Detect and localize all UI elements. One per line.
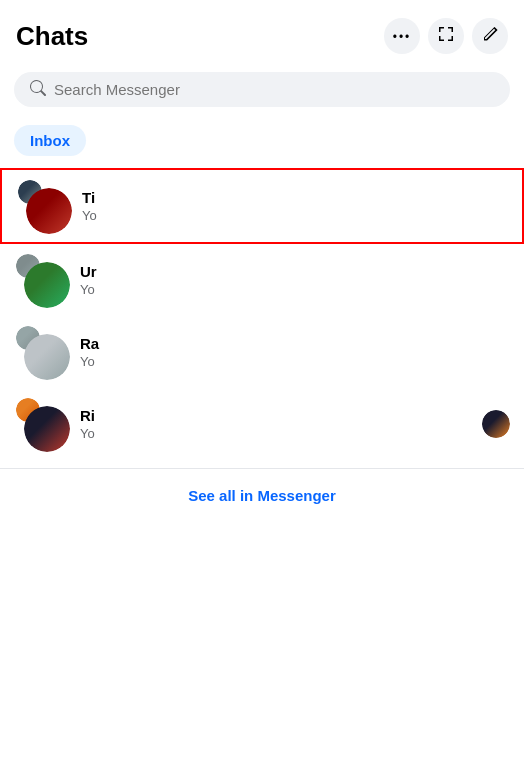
chat-name-3: Ra bbox=[80, 335, 510, 352]
avatar-circle-main-3 bbox=[24, 334, 70, 380]
avatar-stack-1 bbox=[16, 178, 72, 234]
chat-item-1[interactable]: Ti Yo bbox=[0, 168, 524, 244]
mini-avatar-4 bbox=[482, 410, 510, 438]
chat-item-4[interactable]: Ri Yo bbox=[0, 388, 524, 460]
page-title: Chats bbox=[16, 21, 88, 52]
search-icon bbox=[30, 80, 46, 99]
avatar-circle-main-1 bbox=[26, 188, 72, 234]
search-bar bbox=[14, 72, 510, 107]
avatar-stack-2 bbox=[14, 252, 70, 308]
avatar-stack-3 bbox=[14, 324, 70, 380]
search-wrapper bbox=[14, 72, 510, 107]
chat-preview-3: Yo bbox=[80, 354, 510, 369]
chat-preview-1: Yo bbox=[82, 208, 508, 223]
chat-item-3[interactable]: Ra Yo bbox=[0, 316, 524, 388]
avatar-circle-main-4 bbox=[24, 406, 70, 452]
chat-info-2: Ur Yo bbox=[80, 263, 510, 297]
chat-meta-4 bbox=[482, 410, 510, 438]
more-dots-icon bbox=[393, 27, 412, 45]
header: Chats bbox=[0, 0, 524, 64]
chat-info-3: Ra Yo bbox=[80, 335, 510, 369]
chat-item-2[interactable]: Ur Yo bbox=[0, 244, 524, 316]
avatar-main-4 bbox=[24, 406, 70, 452]
expand-icon bbox=[438, 26, 454, 46]
avatar-main-3 bbox=[24, 334, 70, 380]
compose-icon bbox=[482, 26, 498, 46]
search-input[interactable] bbox=[54, 81, 494, 98]
filter-row: Inbox bbox=[0, 119, 524, 168]
inbox-filter-button[interactable]: Inbox bbox=[14, 125, 86, 156]
compose-button[interactable] bbox=[472, 18, 508, 54]
see-all-button[interactable]: See all in Messenger bbox=[188, 487, 336, 504]
chat-name-1: Ti bbox=[82, 189, 508, 206]
mini-av-circle bbox=[482, 410, 510, 438]
chat-name-2: Ur bbox=[80, 263, 510, 280]
chat-name-4: Ri bbox=[80, 407, 474, 424]
more-button[interactable] bbox=[384, 18, 420, 54]
header-actions bbox=[384, 18, 508, 54]
avatar-stack-4 bbox=[14, 396, 70, 452]
avatar-circle-main-2 bbox=[24, 262, 70, 308]
chat-info-1: Ti Yo bbox=[82, 189, 508, 223]
chat-preview-2: Yo bbox=[80, 282, 510, 297]
chat-preview-4: Yo bbox=[80, 426, 474, 441]
expand-button[interactable] bbox=[428, 18, 464, 54]
avatar-main-1 bbox=[26, 188, 72, 234]
see-all-row: See all in Messenger bbox=[0, 468, 524, 522]
chat-info-4: Ri Yo bbox=[80, 407, 474, 441]
avatar-main-2 bbox=[24, 262, 70, 308]
chat-list: Ti Yo Ur Yo Ra Yo bbox=[0, 168, 524, 460]
